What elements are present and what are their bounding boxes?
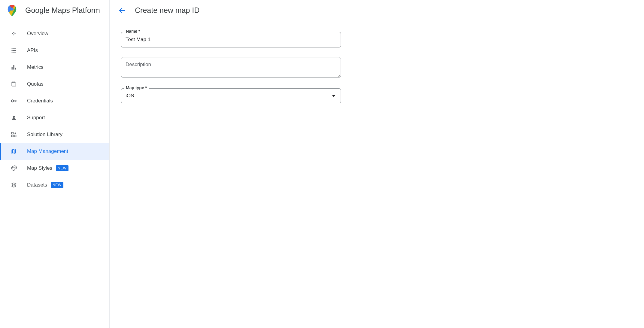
svg-rect-4 xyxy=(12,48,13,49)
sidebar-item-apis[interactable]: APIs xyxy=(0,42,109,59)
map-type-field-wrap: Map type * iOS xyxy=(121,88,341,103)
svg-rect-23 xyxy=(12,135,14,137)
app-title: Google Maps Platform xyxy=(25,6,100,15)
svg-rect-8 xyxy=(12,52,13,53)
map-type-select[interactable]: iOS xyxy=(121,88,341,103)
svg-rect-11 xyxy=(13,65,14,70)
svg-rect-5 xyxy=(13,48,16,49)
description-field-wrap xyxy=(121,57,341,79)
map-type-value: iOS xyxy=(126,93,134,99)
svg-rect-22 xyxy=(12,132,14,134)
sidebar-item-label: Solution Library xyxy=(27,132,62,138)
sidebar-item-label: Map Management xyxy=(27,148,68,154)
sidebar-item-credentials[interactable]: Credentials xyxy=(0,93,109,109)
sidebar-item-support[interactable]: Support xyxy=(0,109,109,126)
credentials-icon xyxy=(10,97,17,105)
svg-point-21 xyxy=(13,116,15,118)
svg-rect-7 xyxy=(13,50,16,51)
quotas-icon xyxy=(10,80,17,88)
sidebar-item-label: Metrics xyxy=(27,64,44,70)
sidebar-item-datasets[interactable]: Datasets NEW xyxy=(0,177,109,193)
sidebar-item-label: Datasets xyxy=(27,182,47,188)
new-badge: NEW xyxy=(51,182,63,188)
main-header: Create new map ID xyxy=(110,0,644,21)
datasets-icon xyxy=(10,181,17,189)
sidebar-item-label: Credentials xyxy=(27,98,53,104)
apis-icon xyxy=(10,47,17,54)
solution-library-icon xyxy=(10,131,17,138)
sidebar-item-label: Support xyxy=(27,115,45,121)
description-input[interactable] xyxy=(121,57,341,77)
svg-point-18 xyxy=(11,100,14,102)
arrow-left-icon xyxy=(118,7,126,14)
svg-rect-24 xyxy=(14,135,16,137)
metrics-icon xyxy=(10,64,17,71)
sidebar-item-map-styles[interactable]: Map Styles NEW xyxy=(0,160,109,177)
svg-point-27 xyxy=(15,168,15,168)
svg-point-26 xyxy=(14,167,14,167)
sidebar-nav: Overview APIs Metrics Quotas Credentials xyxy=(0,21,109,193)
create-map-id-form: Name * Map type * iOS xyxy=(110,21,644,114)
page-title: Create new map ID xyxy=(135,6,199,15)
name-input[interactable] xyxy=(121,32,341,47)
overview-icon xyxy=(10,30,17,37)
main-content: Create new map ID Name * Map type * iOS xyxy=(110,0,644,328)
sidebar-item-label: APIs xyxy=(27,47,38,53)
map-management-icon xyxy=(10,148,17,155)
name-field-wrap: Name * xyxy=(121,32,341,47)
sidebar-item-metrics[interactable]: Metrics xyxy=(0,59,109,76)
sidebar-item-label: Map Styles xyxy=(27,165,52,171)
svg-point-25 xyxy=(12,168,13,168)
sidebar-item-label: Quotas xyxy=(27,81,44,87)
svg-rect-9 xyxy=(13,52,16,53)
new-badge: NEW xyxy=(56,165,68,171)
sidebar-item-solution-library[interactable]: Solution Library xyxy=(0,126,109,143)
sidebar-header: Google Maps Platform xyxy=(0,0,109,21)
svg-rect-6 xyxy=(12,50,13,51)
map-styles-icon xyxy=(10,165,17,172)
sidebar-item-overview[interactable]: Overview xyxy=(0,25,109,42)
sidebar-item-label: Overview xyxy=(27,31,48,37)
map-type-label: Map type * xyxy=(124,85,149,90)
sidebar-item-map-management[interactable]: Map Management xyxy=(0,143,109,160)
google-maps-pin-icon xyxy=(7,5,17,16)
sidebar: Google Maps Platform Overview APIs Metri… xyxy=(0,0,110,328)
svg-rect-10 xyxy=(12,67,13,69)
back-button[interactable] xyxy=(118,6,126,15)
support-icon xyxy=(10,114,17,121)
svg-rect-20 xyxy=(16,101,16,102)
name-label: Name * xyxy=(124,29,142,34)
svg-rect-12 xyxy=(15,68,16,70)
sidebar-item-quotas[interactable]: Quotas xyxy=(0,76,109,93)
